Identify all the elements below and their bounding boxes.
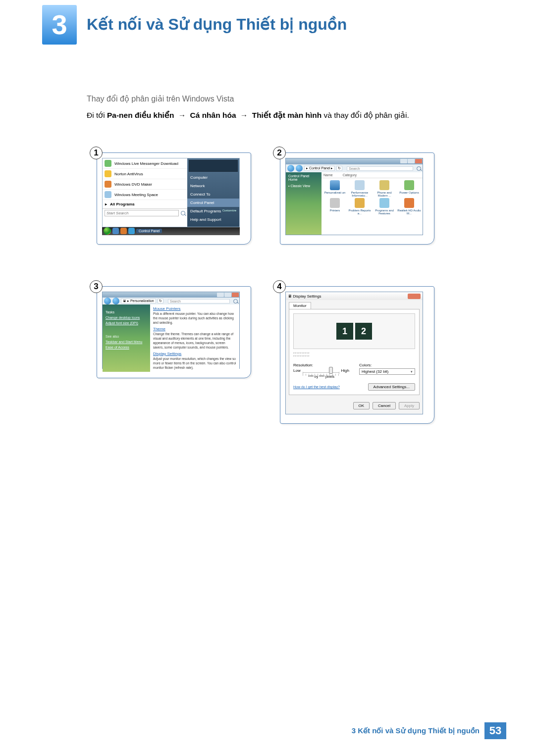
program-label: Norton AntiVirus — [114, 172, 143, 176]
chapter-number-badge: 3 — [42, 5, 77, 45]
refresh-button[interactable]: ↻ — [158, 299, 163, 303]
taskbar-button[interactable]: Control Panel — [136, 229, 162, 233]
taskbar: Control Panel — [102, 227, 240, 235]
search-icon — [417, 166, 421, 171]
start-search-input[interactable] — [105, 210, 179, 216]
start-menu-item[interactable]: Windows Meeting Space — [103, 190, 187, 200]
start-orb-icon[interactable] — [104, 227, 111, 235]
search-box[interactable]: Search — [168, 299, 230, 303]
col-category[interactable]: Category — [343, 173, 357, 177]
instr-post: và thay đổi độ phân giải. — [321, 111, 409, 119]
link-theme[interactable]: Theme — [153, 327, 236, 331]
dialog-title: 🖥 Display Settings — [288, 294, 321, 299]
link-display-settings[interactable]: Display Settings — [153, 352, 236, 356]
link-ease-of-access[interactable]: Ease of Access — [106, 346, 147, 349]
places-network[interactable]: Network — [187, 182, 239, 190]
taskbar-ie-icon[interactable] — [112, 228, 119, 234]
colors-dropdown[interactable]: Highest (32 bit) — [359, 368, 415, 375]
dialog-buttons: OK Cancel Apply — [289, 402, 420, 409]
taskbar-app-icon[interactable] — [120, 228, 127, 234]
sidebar-home[interactable]: Control Panel Home — [288, 174, 319, 181]
slider-thumb[interactable] — [329, 367, 333, 374]
step-badge-4: 4 — [273, 280, 286, 293]
monitor-2[interactable]: 2 — [355, 323, 372, 340]
back-button[interactable] — [104, 298, 111, 304]
maximize-button[interactable] — [408, 159, 415, 163]
messenger-icon — [105, 160, 111, 167]
col-name[interactable]: Name — [323, 173, 333, 177]
start-menu-item[interactable]: Norton AntiVirus — [103, 169, 187, 179]
speaker-icon — [404, 198, 414, 208]
link-mouse-pointers[interactable]: Mouse Pointers — [153, 306, 236, 311]
advanced-settings-button[interactable]: Advanced Settings... — [368, 383, 415, 391]
dialog-titlebar: 🖥 Display Settings — [286, 292, 423, 300]
label: Phone and Modem ... — [372, 191, 397, 197]
cp-item-problem-reports[interactable]: Problem Reports a... — [347, 198, 372, 215]
places-control-panel[interactable]: Control Panel — [187, 199, 239, 207]
search-box[interactable]: Search — [347, 166, 413, 171]
monitor-preview[interactable]: 1 2 — [293, 313, 415, 349]
body-content: Thay đổi độ phân giải trên Windows Vista… — [87, 94, 473, 121]
cp-item-printers[interactable]: Printers — [322, 198, 347, 215]
taskbar-explorer-icon[interactable] — [128, 228, 135, 234]
cp-item-power[interactable]: Power Options — [397, 180, 422, 197]
apply-button[interactable]: Apply — [399, 402, 420, 409]
cp-item-phone-modem[interactable]: Phone and Modem ... — [372, 180, 397, 197]
minimize-button[interactable] — [217, 293, 224, 297]
step-badge-3: 3 — [90, 280, 103, 293]
phone-icon — [379, 180, 389, 190]
resolution-slider[interactable]: Low High — [293, 368, 349, 373]
cp-item-personalization[interactable]: Personalizati on — [322, 180, 347, 197]
start-menu-item[interactable]: Windows DVD Maker — [103, 179, 187, 190]
minimize-button[interactable] — [400, 159, 407, 163]
slider-track[interactable] — [303, 369, 339, 373]
task-change-desktop-icons[interactable]: Change desktop icons — [106, 316, 147, 319]
breadcrumb[interactable]: 🖥 ▸ Personalization — [121, 299, 156, 303]
cp-item-performance[interactable]: Performance Informatio... — [347, 180, 372, 197]
program-label: Windows Live Messenger Download — [114, 161, 178, 166]
places-help[interactable]: Help and Support — [187, 215, 239, 224]
close-button[interactable] — [232, 293, 239, 297]
search-icon — [181, 211, 185, 215]
slider-high: High — [341, 368, 349, 373]
tab-monitor[interactable]: Monitor — [289, 302, 311, 309]
crumb-label: Control Panel — [309, 166, 330, 170]
breadcrumb[interactable]: ▸ Control Panel ▸ — [304, 166, 335, 171]
desc-theme: Change the theme. Themes can change a wi… — [153, 332, 236, 350]
places-default-programs[interactable]: Default ProgramsCustomize — [187, 207, 239, 215]
box-icon — [379, 198, 389, 208]
cp-item-programs-features[interactable]: Programs and Features — [372, 198, 397, 215]
monitor-1[interactable]: 1 — [336, 323, 353, 340]
help-link[interactable]: How do I get the best display? — [293, 385, 340, 389]
ok-button[interactable]: OK — [353, 402, 370, 409]
start-menu-programs: Windows Live Messenger Download Norton A… — [103, 158, 187, 227]
customize-hint: Customize — [222, 209, 236, 212]
start-menu-item[interactable]: Windows Live Messenger Download — [103, 158, 187, 169]
close-button[interactable] — [415, 159, 422, 163]
cp-main: Name Category Personalizati on Performan… — [321, 172, 423, 235]
cp-item-realtek[interactable]: Realtek HD Audio M... — [397, 198, 422, 215]
forward-button[interactable] — [296, 165, 303, 172]
back-button[interactable] — [287, 165, 294, 172]
forward-button[interactable] — [112, 298, 119, 304]
column-headers: Name Category — [321, 172, 423, 178]
places-connect[interactable]: Connect To — [187, 190, 239, 199]
step-badge-2: 2 — [273, 147, 286, 159]
all-programs[interactable]: ▸All Programs — [103, 200, 187, 208]
cancel-button[interactable]: Cancel — [373, 402, 396, 409]
close-button[interactable] — [408, 294, 421, 299]
explorer-nav-bar: 🖥 ▸ Personalization ↻ Search — [103, 298, 239, 304]
label: Default Programs — [190, 209, 221, 213]
places-computer[interactable]: Computer — [187, 173, 239, 182]
refresh-button[interactable]: ↻ — [336, 166, 342, 171]
footer-chapter-ref: 3 Kết nối và Sử dụng Thiết bị nguồn — [352, 726, 480, 735]
monitor-name-placeholder: ********** — [293, 355, 415, 358]
sidebar-classic-view[interactable]: • Classic View — [288, 184, 319, 188]
arrow-icon: → — [174, 111, 190, 119]
task-adjust-font-size[interactable]: Adjust font size (DPI) — [106, 321, 147, 325]
figure-3: 3 🖥 ▸ Personalization ↻ Search — [87, 277, 265, 431]
arrow-icon: → — [236, 111, 252, 119]
maximize-button[interactable] — [224, 293, 231, 297]
link-taskbar-start-menu[interactable]: Taskbar and Start Menu — [106, 340, 147, 344]
resolution-label: Resolution: — [293, 363, 349, 367]
